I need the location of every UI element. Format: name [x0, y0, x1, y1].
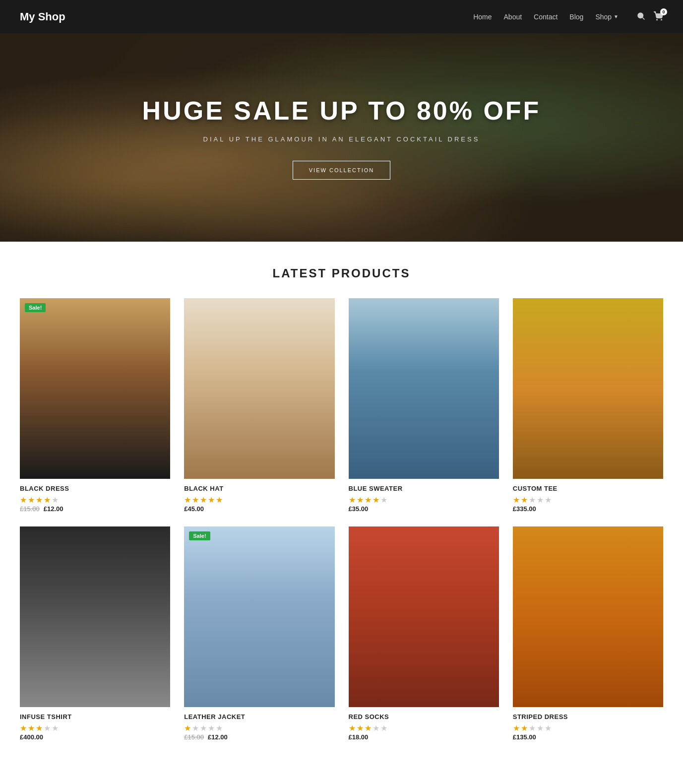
product-image [20, 526, 170, 707]
price-original: £15.00 [20, 505, 40, 513]
product-name: LEATHER JACKET [184, 713, 334, 720]
products-section: LATEST PRODUCTS Sale! BLACK DRESS ★★★★★ … [0, 242, 683, 761]
star-empty: ★ [537, 723, 544, 730]
star-filled: ★ [200, 495, 207, 502]
nav-links: Home About Contact Blog Shop ▼ [473, 12, 619, 21]
product-price: £335.00 [513, 505, 663, 513]
product-image-wrap [20, 526, 170, 707]
product-card[interactable]: RED SOCKS ★★★★★ £18.00 [349, 526, 499, 741]
star-empty: ★ [216, 723, 223, 730]
product-image [349, 298, 499, 479]
star-empty: ★ [208, 723, 215, 730]
product-price: £15.00£12.00 [184, 733, 334, 741]
search-icon[interactable] [636, 11, 645, 22]
product-price: £18.00 [349, 733, 499, 741]
star-empty: ★ [529, 495, 536, 502]
cart-icon[interactable]: 0 [653, 11, 663, 22]
nav-home[interactable]: Home [473, 13, 492, 21]
product-name: INFUSE TSHIRT [20, 713, 170, 720]
star-empty: ★ [200, 723, 207, 730]
product-card[interactable]: Sale! BLACK DRESS ★★★★★ £15.00£12.00 [20, 298, 170, 513]
product-name: BLACK HAT [184, 485, 334, 492]
brand-logo[interactable]: My Shop [20, 10, 65, 23]
navbar: My Shop Home About Contact Blog Shop ▼ [0, 0, 683, 33]
star-filled: ★ [521, 495, 528, 502]
product-image [513, 298, 663, 479]
product-image [184, 298, 334, 479]
product-card[interactable]: INFUSE TSHIRT ★★★★★ £400.00 [20, 526, 170, 741]
product-rating: ★★★★★ [513, 495, 663, 502]
price-sale: £12.00 [208, 733, 228, 741]
product-image-wrap: Sale! [20, 298, 170, 479]
star-empty: ★ [52, 495, 59, 502]
star-filled: ★ [20, 495, 27, 502]
hero-content: HUGE SALE UP TO 80% OFF DIAL UP THE GLAM… [142, 96, 541, 180]
product-image [349, 526, 499, 707]
star-empty: ★ [52, 723, 59, 730]
price-sale: £12.00 [44, 505, 63, 513]
svg-point-3 [661, 19, 662, 20]
star-empty: ★ [529, 723, 536, 730]
star-filled: ★ [44, 495, 51, 502]
nav-blog[interactable]: Blog [569, 13, 583, 21]
price-regular: £45.00 [184, 505, 204, 513]
star-filled: ★ [365, 495, 372, 502]
product-price: £400.00 [20, 733, 170, 741]
star-empty: ★ [192, 723, 199, 730]
product-rating: ★★★★★ [349, 723, 499, 730]
section-title: LATEST PRODUCTS [20, 266, 663, 280]
cart-count: 0 [660, 8, 667, 15]
nav-shop[interactable]: Shop [595, 13, 612, 21]
star-filled: ★ [184, 723, 191, 730]
star-filled: ★ [20, 723, 27, 730]
product-price: £135.00 [513, 733, 663, 741]
product-card[interactable]: BLACK HAT ★★★★★ £45.00 [184, 298, 334, 513]
product-image-wrap [349, 526, 499, 707]
star-filled: ★ [349, 723, 356, 730]
product-rating: ★★★★★ [20, 723, 170, 730]
star-filled: ★ [28, 495, 35, 502]
star-filled: ★ [192, 495, 199, 502]
price-regular: £35.00 [349, 505, 369, 513]
price-regular: £400.00 [20, 733, 43, 741]
star-empty: ★ [537, 495, 544, 502]
nav-contact[interactable]: Contact [534, 13, 558, 21]
star-filled: ★ [36, 495, 43, 502]
star-empty: ★ [380, 495, 387, 502]
product-rating: ★★★★★ [20, 495, 170, 502]
product-price: £35.00 [349, 505, 499, 513]
product-rating: ★★★★★ [184, 723, 334, 730]
product-image [184, 526, 334, 707]
price-regular: £135.00 [513, 733, 536, 741]
star-empty: ★ [380, 723, 387, 730]
star-filled: ★ [521, 723, 528, 730]
product-name: RED SOCKS [349, 713, 499, 720]
product-price: £45.00 [184, 505, 334, 513]
product-rating: ★★★★★ [184, 495, 334, 502]
star-filled: ★ [28, 723, 35, 730]
star-filled: ★ [349, 495, 356, 502]
sale-badge: Sale! [25, 303, 46, 312]
nav-icons: 0 [636, 11, 663, 22]
hero-subtitle: DIAL UP THE GLAMOUR IN AN ELEGANT COCKTA… [142, 135, 541, 143]
star-filled: ★ [208, 495, 215, 502]
product-name: STRIPED DRESS [513, 713, 663, 720]
product-image-wrap: Sale! [184, 526, 334, 707]
product-card[interactable]: Sale! LEATHER JACKET ★★★★★ £15.00£12.00 [184, 526, 334, 741]
star-filled: ★ [357, 723, 364, 730]
nav-about[interactable]: About [504, 13, 522, 21]
star-empty: ★ [545, 495, 552, 502]
star-filled: ★ [513, 495, 520, 502]
product-price: £15.00£12.00 [20, 505, 170, 513]
sale-badge: Sale! [189, 531, 210, 540]
product-card[interactable]: CUSTOM TEE ★★★★★ £335.00 [513, 298, 663, 513]
hero-cta-button[interactable]: VIEW COLLECTION [293, 161, 390, 180]
product-image-wrap [184, 298, 334, 479]
product-image-wrap [513, 526, 663, 707]
product-name: BLUE SWEATER [349, 485, 499, 492]
product-image-wrap [349, 298, 499, 479]
product-card[interactable]: STRIPED DRESS ★★★★★ £135.00 [513, 526, 663, 741]
hero-title: HUGE SALE UP TO 80% OFF [142, 96, 541, 126]
star-filled: ★ [216, 495, 223, 502]
product-card[interactable]: BLUE SWEATER ★★★★★ £35.00 [349, 298, 499, 513]
